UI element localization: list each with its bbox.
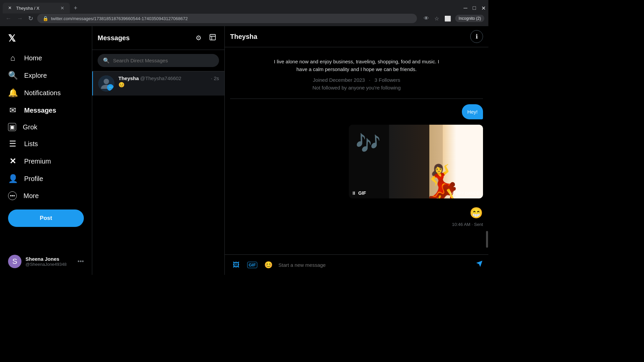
sidebar-item-grok[interactable]: ▣ Grok — [4, 119, 88, 135]
tab-favicon: ✕ — [8, 5, 13, 11]
profile-icon: 👤 — [8, 174, 17, 183]
messages-compose-button[interactable] — [206, 32, 219, 44]
new-tab-button[interactable]: + — [71, 3, 80, 13]
lock-icon: 🔒 — [43, 16, 48, 21]
message-text-hey: Hey! — [467, 109, 478, 115]
emoji-reaction: 😁 — [470, 206, 483, 219]
messages-panel: Messages ⚙ 🔍 — [92, 26, 225, 275]
url-text: twitter.com/messages/1738185187639660544… — [51, 16, 188, 21]
chat-title: Theysha — [230, 33, 257, 41]
profile-bio: I live alone now and enjoy business, tra… — [273, 58, 440, 73]
search-input-wrap[interactable]: 🔍 — [98, 54, 219, 67]
search-bar: 🔍 — [92, 50, 224, 71]
explore-label: Explore — [24, 72, 47, 79]
chat-header: Theysha ℹ — [225, 26, 488, 47]
search-direct-messages-input[interactable] — [113, 58, 214, 63]
star-icon[interactable]: ☆ — [433, 14, 440, 23]
sidebar: 𝕏 ⌂ Home 🔍 Explore 🔔 Notifications ✉ Mes… — [0, 26, 92, 275]
user-avatar: S — [8, 255, 21, 268]
user-profile-section[interactable]: S Sheena Jones @SheenaJone49348 ••• — [4, 251, 88, 272]
emoji-icon: 😊 — [264, 261, 273, 269]
gif-message: 💃 🎶 ⏸ GIF HAPPY DANCE! — [349, 125, 483, 198]
active-tab[interactable]: ✕ Theysha / X ✕ — [3, 3, 70, 13]
media-button[interactable]: 🖼 — [230, 259, 242, 271]
sidebar-item-notifications[interactable]: 🔔 Notifications — [4, 84, 88, 102]
settings-icon: ⚙ — [196, 34, 202, 42]
send-button[interactable] — [476, 260, 483, 269]
svg-point-2 — [104, 79, 109, 84]
lists-icon: ☰ — [8, 139, 17, 148]
premium-icon: ✕ — [8, 157, 17, 166]
address-bar: ← → ↻ 🔒 twitter.com/messages/17381851876… — [0, 13, 488, 26]
theysha-name: Theysha — [118, 75, 139, 81]
search-icon: 🔍 — [8, 71, 17, 80]
conversation-theysha[interactable]: 🐦 Theysha @Theysha746602 · 2s 😊 — [92, 71, 224, 96]
cast-icon[interactable]: ⬜ — [443, 14, 452, 23]
maximize-button[interactable]: □ — [473, 5, 476, 11]
message-input[interactable] — [278, 262, 472, 268]
sidebar-item-profile[interactable]: 👤 Profile — [4, 170, 88, 187]
scrollbar[interactable] — [486, 45, 488, 255]
sidebar-item-explore[interactable]: 🔍 Explore — [4, 67, 88, 84]
user-display-name: Sheena Jones — [25, 256, 73, 262]
sidebar-logo[interactable]: 𝕏 — [4, 29, 88, 48]
url-bar[interactable]: 🔒 twitter.com/messages/17381851876396605… — [37, 14, 417, 23]
sidebar-item-home[interactable]: ⌂ Home — [4, 49, 88, 67]
user-more-icon: ••• — [77, 258, 84, 265]
premium-label: Premium — [24, 158, 51, 165]
profile-joined: Joined December 2023 — [313, 77, 365, 83]
grok-icon: ▣ — [8, 123, 16, 131]
user-info: Sheena Jones @SheenaJone49348 — [25, 256, 73, 267]
home-icon: ⌂ — [8, 53, 17, 63]
more-label: More — [23, 192, 39, 200]
profile-dot: · — [369, 77, 372, 83]
tab-title: Theysha / X — [16, 6, 39, 11]
close-button[interactable]: ✕ — [481, 5, 486, 11]
forward-button[interactable]: → — [15, 14, 24, 23]
browser-actions: 👁 ☆ ⬜ Incognito (2) — [422, 14, 484, 23]
chat-info-button[interactable]: ℹ — [470, 30, 483, 43]
x-logo-icon: 𝕏 — [8, 33, 16, 44]
theysha-time: · 2s — [211, 75, 219, 81]
gif-label: GIF — [358, 190, 366, 196]
gif-placeholder: 💃 🎶 ⏸ GIF HAPPY DANCE! — [349, 125, 483, 198]
sidebar-item-premium[interactable]: ✕ Premium — [4, 153, 88, 170]
minimize-button[interactable]: ─ — [464, 5, 467, 11]
message-group-hey: Hey! — [230, 104, 483, 119]
message-group-emoji: 😁 10:46 AM · Sent — [230, 206, 483, 227]
chat-panel: Theysha ℹ I live alone now and enjoy bus… — [225, 26, 488, 275]
message-group-gif: 💃 🎶 ⏸ GIF HAPPY DANCE! — [230, 125, 483, 201]
info-icon: ℹ — [476, 33, 478, 40]
emoji-button[interactable]: 😊 — [262, 259, 274, 271]
compose-icon — [209, 34, 216, 43]
gif-button[interactable]: GIF — [246, 259, 258, 271]
media-icon: 🖼 — [233, 261, 239, 269]
theysha-handle: @Theysha746602 — [140, 75, 181, 81]
gif-caption: HAPPY DANCE! — [450, 191, 480, 196]
gif-container: 💃 🎶 ⏸ GIF HAPPY DANCE! — [349, 125, 483, 198]
search-icon: 🔍 — [103, 57, 110, 64]
chat-messages: I live alone now and enjoy business, tra… — [225, 47, 488, 254]
messages-header: Messages ⚙ — [92, 26, 224, 50]
notifications-label: Notifications — [24, 89, 61, 97]
back-button[interactable]: ← — [4, 14, 13, 23]
theysha-avatar: 🐦 — [98, 75, 114, 92]
messages-settings-button[interactable]: ⚙ — [192, 32, 205, 44]
gif-icon: GIF — [247, 262, 257, 268]
app-container: 𝕏 ⌂ Home 🔍 Explore 🔔 Notifications ✉ Mes… — [0, 26, 488, 275]
sidebar-item-messages[interactable]: ✉ Messages — [4, 102, 88, 119]
lists-label: Lists — [24, 140, 38, 148]
refresh-button[interactable]: ↻ — [27, 13, 35, 23]
post-button[interactable]: Post — [8, 209, 84, 227]
theysha-preview: 😊 — [118, 82, 219, 88]
profile-not-followed: Not followed by anyone you're following — [230, 85, 483, 90]
pause-icon: ⏸ — [352, 190, 356, 196]
message-bubble-hey: Hey! — [462, 104, 483, 119]
svg-rect-0 — [210, 34, 216, 40]
tab-close-button[interactable]: ✕ — [60, 5, 64, 11]
eye-icon[interactable]: 👁 — [422, 14, 430, 23]
more-icon: ••• — [8, 191, 17, 200]
incognito-badge[interactable]: Incognito (2) — [455, 15, 484, 22]
sidebar-item-more[interactable]: ••• More — [4, 187, 88, 204]
sidebar-item-lists[interactable]: ☰ Lists — [4, 135, 88, 153]
